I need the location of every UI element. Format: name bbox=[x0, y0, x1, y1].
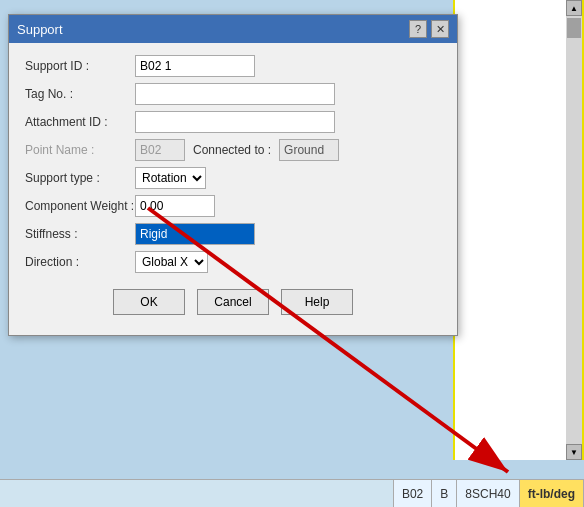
support-type-row: Support type : Rotation Anchor Guide Spr… bbox=[25, 167, 441, 189]
scroll-down-btn[interactable]: ▼ bbox=[566, 444, 582, 460]
point-name-value: B02 bbox=[135, 139, 185, 161]
title-bar: Support ? ✕ bbox=[9, 15, 457, 43]
status-item-b02: B02 bbox=[394, 480, 432, 507]
stiffness-input[interactable] bbox=[135, 223, 255, 245]
dialog-content: Support ID : Tag No. : Attachment ID : P… bbox=[9, 43, 457, 335]
status-bar: B02 B 8SCH40 ft-lb/deg bbox=[0, 479, 584, 507]
attachment-id-label: Attachment ID : bbox=[25, 115, 135, 129]
direction-label: Direction : bbox=[25, 255, 135, 269]
scroll-thumb[interactable] bbox=[567, 18, 581, 38]
attachment-id-input[interactable] bbox=[135, 111, 335, 133]
direction-row: Direction : Global X Global Y Global Z bbox=[25, 251, 441, 273]
support-dialog: Support ? ✕ Support ID : Tag No. : Attac… bbox=[8, 14, 458, 336]
close-button[interactable]: ✕ bbox=[431, 20, 449, 38]
help-button[interactable]: ? bbox=[409, 20, 427, 38]
status-item-b: B bbox=[432, 480, 457, 507]
scroll-up-btn[interactable]: ▲ bbox=[566, 0, 582, 16]
support-id-input[interactable] bbox=[135, 55, 255, 77]
stiffness-label: Stiffness : bbox=[25, 227, 135, 241]
tag-no-row: Tag No. : bbox=[25, 83, 441, 105]
stiffness-row: Stiffness : bbox=[25, 223, 441, 245]
support-type-select[interactable]: Rotation Anchor Guide Spring bbox=[135, 167, 206, 189]
component-weight-row: Component Weight : bbox=[25, 195, 441, 217]
tag-no-input[interactable] bbox=[135, 83, 335, 105]
connected-to-value: Ground bbox=[279, 139, 339, 161]
tag-no-label: Tag No. : bbox=[25, 87, 135, 101]
status-item-empty bbox=[0, 480, 394, 507]
support-id-label: Support ID : bbox=[25, 59, 135, 73]
attachment-id-row: Attachment ID : bbox=[25, 111, 441, 133]
support-type-label: Support type : bbox=[25, 171, 135, 185]
support-id-row: Support ID : bbox=[25, 55, 441, 77]
dialog-title: Support bbox=[17, 22, 63, 37]
point-name-label: Point Name : bbox=[25, 143, 135, 157]
button-row: OK Cancel Help bbox=[25, 289, 441, 323]
direction-select[interactable]: Global X Global Y Global Z bbox=[135, 251, 208, 273]
connected-to-label: Connected to : bbox=[193, 143, 271, 157]
point-name-group: B02 Connected to : Ground bbox=[135, 139, 339, 161]
component-weight-input[interactable] bbox=[135, 195, 215, 217]
status-item-8sch40: 8SCH40 bbox=[457, 480, 519, 507]
point-name-row: Point Name : B02 Connected to : Ground bbox=[25, 139, 441, 161]
title-bar-buttons: ? ✕ bbox=[409, 20, 449, 38]
ok-button[interactable]: OK bbox=[113, 289, 185, 315]
cancel-button[interactable]: Cancel bbox=[197, 289, 269, 315]
scrollbar-right[interactable]: ▲ ▼ bbox=[566, 0, 582, 460]
component-weight-label: Component Weight : bbox=[25, 199, 135, 213]
drawing-area: ▲ ▼ bbox=[453, 0, 584, 460]
status-item-ftlbdeg: ft-lb/deg bbox=[520, 480, 584, 507]
help-dialog-button[interactable]: Help bbox=[281, 289, 353, 315]
